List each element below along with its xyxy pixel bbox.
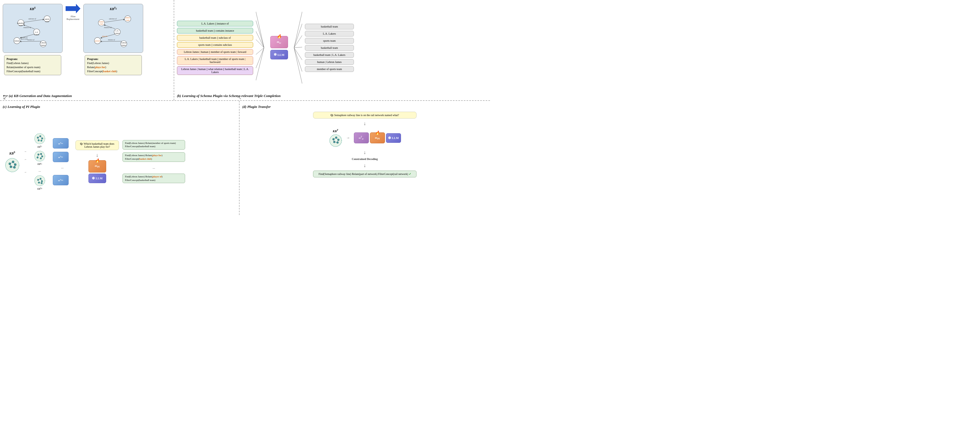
svg-text:Lakers: Lakers [34,34,39,35]
model-row-d: mTsc 🔥 mPI ❄ LLM [354,133,401,143]
kb-dots-label: ... [29,169,51,173]
alias-label: Alias Replacement [65,15,81,21]
input-item-4: sports team || contains subclass [177,42,253,48]
kb-s1-item: KBS1 [29,133,51,148]
panel-c: (c) Learning of PI Plugin KBS [0,101,240,215]
prog-out-2: Find(Lebron James) Relate(plays for)Filt… [123,152,185,162]
svg-line-53 [294,24,302,48]
svg-text:Lebron: Lebron [121,42,127,43]
main-container: KBS basketball team sports team L.A. [0,0,490,215]
program-s-line3: FilterConcept(basketball team) [6,69,59,73]
output-item-6: human | Lebron James [305,59,354,65]
kb-sn-dots [34,175,45,186]
svg-line-49 [256,48,264,54]
svg-text:instance of: instance of [27,39,35,41]
msc-t-block: mTsc [354,133,369,143]
mpi-block-d: 🔥 mPI [370,133,385,143]
kb-sn-item: KBSN [29,175,51,190]
kb-s-graph: KBS basketball team sports team L.A. [3,4,63,53]
svg-line-56 [294,48,302,60]
svg-text:instance of: instance of [108,39,115,41]
svg-point-79 [35,151,45,161]
output-item-4: basketball team [305,45,354,51]
llm-block: ❄ LLM [270,50,288,59]
msc-col: mS1sc mS2sc ... mSNsc [53,138,72,185]
kb-area: KBS basketball team sports team L.A. [3,4,171,75]
schema-layout: L.A. Lakers || instance of basketball te… [177,5,487,90]
svg-point-97 [330,134,342,147]
msc-dots: ... [53,165,72,169]
output-item-5: basketball team | L.A. Lakers [305,52,354,58]
svg-point-75 [41,140,42,141]
question-model-col: Q: Which basketball team does Lebron Jam… [74,140,120,183]
output-item-1: basketball team [305,24,354,29]
panel-d-label: (d) Plugin Transfer [242,105,487,109]
msc-s1: mS1sc [53,138,68,149]
kb-t-dots [329,134,342,147]
kb-t-label: KBT [332,129,338,133]
svg-line-54 [294,35,302,48]
svg-point-59 [5,158,19,172]
panel-d: (d) Plugin Transfer Q: Semaphore railway… [240,101,490,215]
kb-sn-label: KBSN [37,187,42,190]
result-box: Find(Semaphore railway line) Relate(part… [313,171,417,177]
llm-block-c: ❄ LLM [89,174,106,183]
kb-s2-title: KBS2 [86,6,141,11]
mpi-block: 🔥 mPI [89,160,106,173]
svg-text:team: team [126,19,129,21]
svg-text:James: James [41,44,45,46]
prog-out-3: Find(Lebron James) Relate(player of)Filt… [123,174,185,183]
panel-b: L.A. Lakers || instance of basketball te… [174,0,490,100]
svg-text:sports team: sports team [21,38,28,40]
msc-block: 🔥 msc [270,36,288,48]
svg-text:James: James [121,44,126,46]
panel-a-label: ⟵ (a) KB Generation and Data Augmentatio… [3,94,72,98]
fire-icon-d: 🔥 [375,131,380,135]
kb-s2-svg: basket club athletic team L.A. Lakers pe… [86,12,141,50]
down-arrow-q: ↓ [96,152,99,158]
output-connector [294,7,302,89]
pi-layout: KBS [3,111,236,212]
svg-line-37 [105,19,124,22]
constrained-label: Constrained Decoding [352,158,377,160]
svg-text:sports: sports [45,18,49,20]
llm-block-d: ❄ LLM [386,133,401,143]
panel-b-label: (b) Learning of Schema Plugin via Schema… [177,94,281,98]
svg-text:basket: basket [99,21,104,22]
kb-s-dots [5,158,20,173]
question-box: Q: Which basketball team does Lebron Jam… [75,140,119,150]
top-half: KBS basketball team sports team L.A. [0,0,490,101]
svg-text:L.A.: L.A. [35,31,38,33]
svg-line-58 [294,48,302,84]
input-item-3: basketball team || subclass of [177,35,253,41]
input-col: L.A. Lakers || instance of basketball te… [177,21,253,75]
svg-text:Lebron: Lebron [41,42,46,43]
kb-s-col: KBS [3,151,22,173]
svg-text:member of: member of [21,37,28,38]
output-col: basketball team L.A. Lakers sports team … [305,24,354,72]
kb-list-col: KBS1 [29,133,51,190]
input-item-5: Lebron James | human || member of sports… [177,49,253,55]
input-item-7: Lebron James | human || what relation ||… [177,66,253,75]
plugin-transfer: Q: Semaphore railway line is on the rail… [242,112,487,177]
connector-area [256,7,264,89]
q-box-d: Q: Semaphore railway line is on the rail… [313,112,417,118]
program-s: Program: Find(Lebron James) Relate(membe… [4,55,61,75]
prog-out-dots: ... [123,165,185,171]
program-s2-line1: Find(Lebron James) [87,61,139,65]
svg-text:Lakers: Lakers [115,32,120,34]
svg-text:instance of: instance of [24,26,31,28]
svg-line-14 [24,19,44,22]
kb-s-title: KBS [5,6,60,11]
kb-s2-label: KBS2 [38,162,42,166]
kb-s2-dots [34,150,45,162]
kb-s1-dots [34,133,45,144]
transfer-row: KBT [329,129,401,147]
kb-s1-label: KBS1 [38,145,42,148]
input-item-6: L.A. Lakers | basketball team || member … [177,56,253,65]
svg-point-84 [40,158,41,159]
program-s2: Program: Find(Lebron James) Relate(plays… [85,55,142,75]
program-s2-line3: FilterConcept(basket club) [87,69,139,73]
svg-text:human: human [14,40,20,42]
snowflake-icon-d: ❄ [388,136,391,140]
